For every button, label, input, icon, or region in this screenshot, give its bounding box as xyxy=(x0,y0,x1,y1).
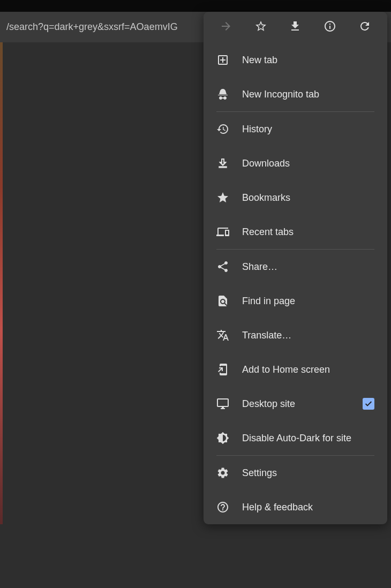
menu-label: New Incognito tab xyxy=(242,89,374,100)
downloads-icon xyxy=(216,157,229,170)
devices-icon xyxy=(216,225,229,238)
overflow-menu: New tab New Incognito tab History Downlo… xyxy=(204,12,387,524)
menu-label: Bookmarks xyxy=(242,192,374,203)
menu-label: Recent tabs xyxy=(242,227,374,238)
status-bar xyxy=(0,0,391,12)
gear-icon xyxy=(216,466,229,479)
menu-item-share[interactable]: Share… xyxy=(204,250,387,284)
desktop-site-checkbox[interactable] xyxy=(363,398,374,410)
menu-label: Settings xyxy=(242,468,374,479)
download-icon xyxy=(289,20,302,35)
menu-item-add-to-home-screen[interactable]: Add to Home screen xyxy=(204,352,387,387)
share-icon xyxy=(216,260,229,273)
url-text: /search?q=dark+grey&sxsrf=AOaemvIG xyxy=(6,21,178,33)
help-icon xyxy=(216,501,229,514)
star-icon xyxy=(216,191,229,204)
menu-label: Downloads xyxy=(242,158,374,169)
menu-label: Desktop site xyxy=(242,398,363,410)
info-icon xyxy=(324,20,336,35)
menu-label: Share… xyxy=(242,261,374,273)
history-icon xyxy=(216,123,229,135)
menu-label: New tab xyxy=(242,55,374,66)
menu-item-desktop-site[interactable]: Desktop site xyxy=(204,387,387,421)
desktop-icon xyxy=(216,397,229,410)
menu-item-downloads[interactable]: Downloads xyxy=(204,146,387,180)
menu-label: Add to Home screen xyxy=(242,364,374,375)
menu-item-new-tab[interactable]: New tab xyxy=(204,43,387,77)
find-in-page-icon xyxy=(216,295,229,307)
add-to-home-icon xyxy=(216,363,229,376)
menu-item-settings[interactable]: Settings xyxy=(204,456,387,490)
menu-label: History xyxy=(242,124,374,135)
menu-toolbar xyxy=(204,12,387,43)
forward-button[interactable] xyxy=(213,14,239,40)
menu-item-find-in-page[interactable]: Find in page xyxy=(204,284,387,318)
menu-item-recent-tabs[interactable]: Recent tabs xyxy=(204,215,387,249)
page-info-button[interactable] xyxy=(317,14,343,40)
incognito-icon xyxy=(216,88,229,101)
arrow-forward-icon xyxy=(220,20,232,35)
star-outline-icon xyxy=(254,20,267,35)
menu-item-disable-auto-dark[interactable]: Disable Auto-Dark for site xyxy=(204,421,387,455)
reload-button[interactable] xyxy=(352,14,378,40)
menu-label: Translate… xyxy=(242,330,374,341)
left-edge-strip xyxy=(0,42,3,524)
menu-item-new-incognito-tab[interactable]: New Incognito tab xyxy=(204,77,387,111)
menu-label: Find in page xyxy=(242,296,374,307)
menu-item-help-feedback[interactable]: Help & feedback xyxy=(204,490,387,524)
brightness-icon xyxy=(216,432,229,444)
bookmark-button[interactable] xyxy=(248,14,274,40)
plus-box-icon xyxy=(216,54,229,66)
menu-label: Help & feedback xyxy=(242,502,374,513)
refresh-icon xyxy=(358,20,371,35)
menu-item-translate[interactable]: Translate… xyxy=(204,318,387,352)
download-button[interactable] xyxy=(282,14,308,40)
translate-icon xyxy=(216,329,229,342)
menu-item-history[interactable]: History xyxy=(204,112,387,146)
menu-item-bookmarks[interactable]: Bookmarks xyxy=(204,180,387,215)
menu-label: Disable Auto-Dark for site xyxy=(242,433,374,444)
